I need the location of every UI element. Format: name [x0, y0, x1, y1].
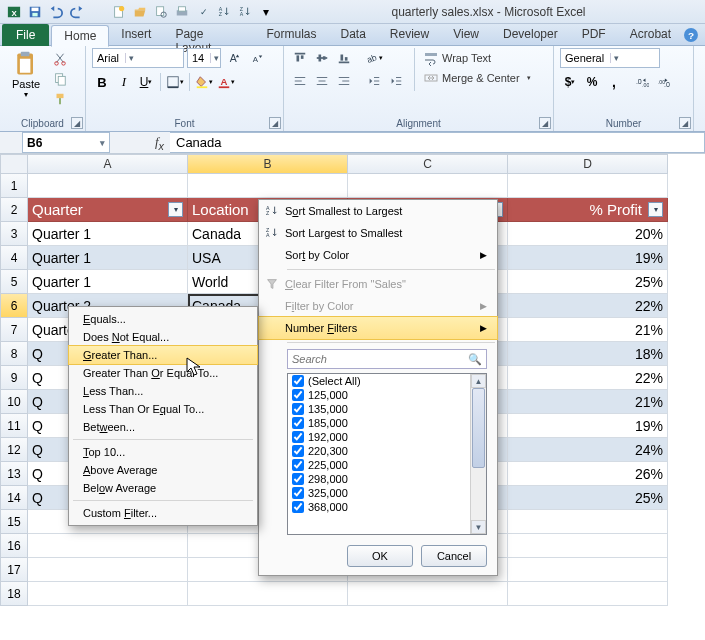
font-dialog-launcher[interactable]: ◢ — [269, 117, 281, 129]
checkbox[interactable] — [292, 459, 304, 471]
above-average-item[interactable]: Above Average — [69, 461, 257, 479]
wrap-text-button[interactable]: Wrap Text — [423, 48, 531, 68]
tab-review[interactable]: Review — [378, 24, 441, 46]
checkbox[interactable] — [292, 417, 304, 429]
fx-icon[interactable]: fx — [155, 134, 164, 152]
row-header[interactable]: 12 — [0, 438, 28, 462]
name-box[interactable]: B6▾ — [22, 132, 110, 153]
col-header-a[interactable]: A — [28, 154, 188, 174]
italic-button[interactable]: I — [114, 72, 134, 92]
cell[interactable]: 19% — [508, 414, 668, 438]
sort-desc-item[interactable]: ZASort Largest to Smallest — [259, 222, 497, 244]
cell[interactable]: 24% — [508, 438, 668, 462]
row-header[interactable]: 11 — [0, 414, 28, 438]
align-middle-icon[interactable] — [312, 48, 332, 68]
qat-more-icon[interactable]: ▾ — [256, 2, 276, 22]
filter-value-item[interactable]: (Select All) — [288, 374, 486, 388]
fill-color-button[interactable]: ▾ — [194, 72, 214, 92]
format-painter-icon[interactable] — [50, 90, 70, 108]
row-header[interactable]: 3 — [0, 222, 28, 246]
tab-view[interactable]: View — [441, 24, 491, 46]
row-header[interactable]: 13 — [0, 462, 28, 486]
align-right-icon[interactable] — [334, 71, 354, 91]
row-header[interactable]: 14 — [0, 486, 28, 510]
header-quarter[interactable]: Quarter — [28, 198, 188, 222]
new-icon[interactable] — [109, 2, 129, 22]
filter-value-item[interactable]: 125,000 — [288, 388, 486, 402]
sort-asc-item[interactable]: AZSort Smallest to Largest — [259, 200, 497, 222]
top-10-item[interactable]: Top 10... — [69, 443, 257, 461]
cell[interactable]: Quarter 1 — [28, 270, 188, 294]
row-header[interactable]: 18 — [0, 582, 28, 606]
number-filters-item[interactable]: Number Filters▶ — [259, 317, 497, 339]
tab-developer[interactable]: Developer — [491, 24, 570, 46]
filter-button[interactable] — [168, 202, 183, 217]
filter-value-item[interactable]: 135,000 — [288, 402, 486, 416]
comma-icon[interactable]: , — [604, 72, 624, 92]
decrease-indent-icon[interactable] — [364, 71, 384, 91]
ok-button[interactable]: OK — [347, 545, 413, 567]
cell[interactable]: 21% — [508, 318, 668, 342]
increase-indent-icon[interactable] — [386, 71, 406, 91]
cell[interactable] — [508, 534, 668, 558]
cell[interactable]: Quarter 1 — [28, 246, 188, 270]
sort-by-color-item[interactable]: Sort by Color▶ — [259, 244, 497, 266]
filter-value-item[interactable]: 192,000 — [288, 430, 486, 444]
row-header[interactable]: 15 — [0, 510, 28, 534]
filter-value-item[interactable]: 185,000 — [288, 416, 486, 430]
col-header-b[interactable]: B — [188, 154, 348, 174]
row-header[interactable]: 7 — [0, 318, 28, 342]
cell[interactable] — [508, 582, 668, 606]
cell[interactable]: 25% — [508, 486, 668, 510]
tab-data[interactable]: Data — [328, 24, 377, 46]
number-format-combo[interactable]: General▾ — [560, 48, 660, 68]
increase-decimal-icon[interactable]: .0.00 — [632, 72, 652, 92]
tab-page-layout[interactable]: Page Layout — [163, 24, 254, 46]
shrink-font-icon[interactable]: A — [247, 48, 267, 68]
scrollbar[interactable]: ▲▼ — [470, 374, 486, 534]
cut-icon[interactable] — [50, 50, 70, 68]
tab-file[interactable]: File — [2, 24, 49, 46]
row-header[interactable]: 17 — [0, 558, 28, 582]
open-icon[interactable] — [130, 2, 150, 22]
filter-values-list[interactable]: (Select All)125,000135,000185,000192,000… — [287, 373, 487, 535]
cell[interactable]: 25% — [508, 270, 668, 294]
col-header-c[interactable]: C — [348, 154, 508, 174]
cell[interactable]: 18% — [508, 342, 668, 366]
greater-than-or-equal-item[interactable]: Greater Than Or Equal To... — [69, 364, 257, 382]
help-icon[interactable]: ? — [683, 27, 699, 43]
row-header[interactable]: 10 — [0, 390, 28, 414]
undo-icon[interactable] — [46, 2, 66, 22]
row-header[interactable]: 6 — [0, 294, 28, 318]
align-center-icon[interactable] — [312, 71, 332, 91]
checkbox[interactable] — [292, 445, 304, 457]
filter-value-item[interactable]: 325,000 — [288, 486, 486, 500]
checkbox[interactable] — [292, 473, 304, 485]
checkbox[interactable] — [292, 501, 304, 513]
cancel-button[interactable]: Cancel — [421, 545, 487, 567]
sort-asc-icon[interactable]: AZ — [214, 2, 234, 22]
cell[interactable]: 26% — [508, 462, 668, 486]
equals-item[interactable]: Equals... — [69, 310, 257, 328]
underline-button[interactable]: U▾ — [136, 72, 156, 92]
filter-search-box[interactable]: 🔍 — [287, 349, 487, 369]
cell[interactable] — [28, 534, 188, 558]
checkbox[interactable] — [292, 431, 304, 443]
less-than-item[interactable]: Less Than... — [69, 382, 257, 400]
redo-icon[interactable] — [67, 2, 87, 22]
currency-icon[interactable]: $▾ — [560, 72, 580, 92]
tab-pdf[interactable]: PDF — [570, 24, 618, 46]
save-icon[interactable] — [25, 2, 45, 22]
filter-value-item[interactable]: 368,000 — [288, 500, 486, 514]
grow-font-icon[interactable]: A — [224, 48, 244, 68]
row-header[interactable]: 9 — [0, 366, 28, 390]
sort-desc-icon[interactable]: ZA — [235, 2, 255, 22]
clipboard-dialog-launcher[interactable]: ◢ — [71, 117, 83, 129]
below-average-item[interactable]: Below Average — [69, 479, 257, 497]
orientation-icon[interactable]: ab▾ — [364, 48, 384, 68]
align-bottom-icon[interactable] — [334, 48, 354, 68]
align-left-icon[interactable] — [290, 71, 310, 91]
merge-center-button[interactable]: Merge & Center▾ — [423, 68, 531, 88]
cell[interactable] — [508, 558, 668, 582]
number-dialog-launcher[interactable]: ◢ — [679, 117, 691, 129]
